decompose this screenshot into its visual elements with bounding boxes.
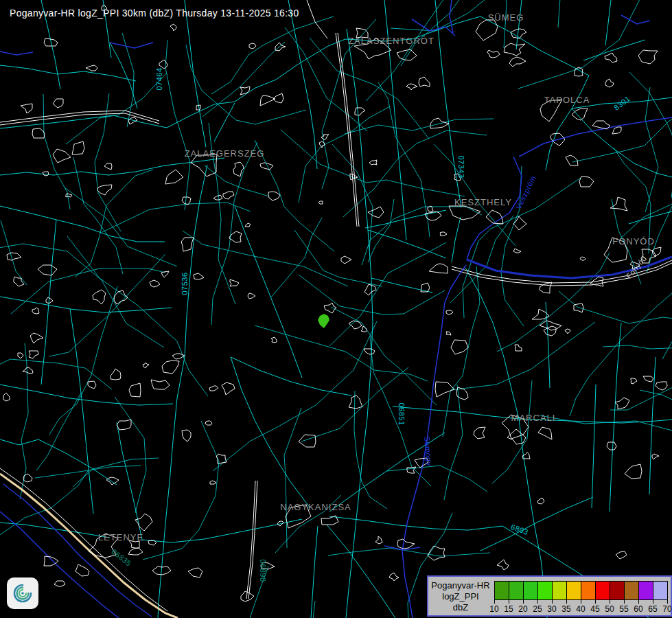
radar-map-canvas [0,0,672,618]
legend-tick-label: 25 [531,604,544,614]
legend-tick-label: 30 [545,604,559,614]
radar-echo [318,314,329,328]
legend-station-name: Poganyvar-HR [428,580,493,591]
city-label-fony-d: FONYÓD [612,236,655,247]
legend-colorbar: 10152025303540455055606570 [494,577,670,615]
legend-unit: dbZ [428,602,493,613]
city-label-nagykanizsa: NAGYKANIZSA [280,502,351,512]
road-label-07343: 07343 [457,155,465,178]
legend-tick-label: 45 [588,604,602,614]
legend-panel: Poganyvar-HR logZ_PPI dbZ 10152025303540… [427,575,672,617]
legend-tick [523,600,524,604]
legend-tick-label: 60 [632,604,645,614]
city-label-zalaszentgr-t: ZALASZENTGRÓT [348,36,435,46]
legend-tick [653,600,653,604]
legend-swatch-10 [494,581,509,600]
legend-swatch-15 [509,581,524,600]
legend-swatch-35 [566,581,581,600]
legend-tick [624,600,625,604]
legend-tick-label: 55 [617,604,631,614]
legend-tick [494,600,495,604]
legend-tick-label: 50 [603,604,616,614]
city-label-keszthely: KESZTHELY [454,197,512,207]
city-label-tapolca: TAPOLCA [544,95,590,105]
main-roads-layer [0,0,672,618]
legend-tick-label: 10 [487,604,501,614]
legend-tick [595,600,596,604]
legend-swatch-25 [537,581,553,600]
legend-swatch-45 [595,581,610,600]
legend-tick-label: 20 [516,604,530,614]
legend-tick-label: 40 [574,604,588,614]
legend-tick-label: 15 [502,604,515,614]
legend-swatch-50 [610,581,625,600]
legend-tick [667,600,668,604]
legend-swatch-40 [581,581,596,600]
legend-tick [581,600,581,604]
road-label-07536: 07536 [181,272,189,295]
minor-roads-layer [0,0,672,618]
road-label-07464: 07464 [155,67,163,90]
radar-title: Poganyvar-HR logZ_PPI 30km (dbZ) Thursda… [10,8,299,19]
city-label-s-meg: SÜMEG [488,12,524,23]
legend-tick [552,600,553,604]
legend-product-name: logZ_PPI [428,591,493,602]
legend-text: Poganyvar-HR logZ_PPI dbZ [428,577,493,615]
radar-echo-layer [318,314,329,328]
legend-swatch-20 [523,581,538,600]
spiral-radar-icon [10,581,35,606]
legend-swatch-30 [552,581,567,600]
legend-tick-label: 65 [646,604,660,614]
legend-swatch-65 [653,581,668,600]
legend-tick [537,600,538,604]
legend-tick [509,600,509,604]
station-logo [7,577,38,609]
city-label-zalaegerszeg: ZALAEGERSZEG [185,148,265,159]
legend-swatch-55 [624,581,639,600]
legend-swatch-60 [638,581,653,600]
city-label-letenye: LETENYE [98,532,143,542]
road-label-06851: 06851 [397,402,406,425]
legend-tick-label: 70 [660,604,672,614]
legend-tick [566,600,567,604]
city-label-marcali: MARCALI [511,413,556,423]
legend-tick [638,600,639,604]
legend-tick-label: 35 [559,604,573,614]
road-label-06890: 06890 [259,559,267,582]
legend-tick [610,600,610,604]
